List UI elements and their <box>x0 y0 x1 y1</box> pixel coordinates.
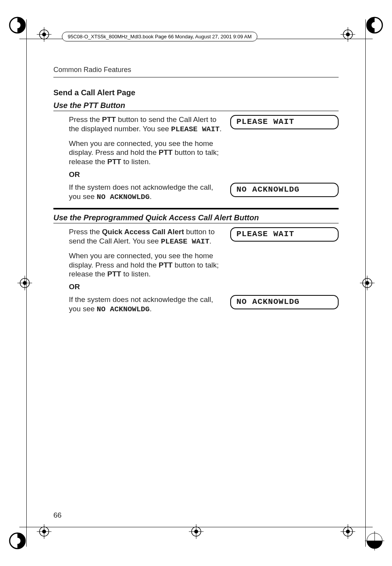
text: . <box>220 125 222 133</box>
section-title: Send a Call Alert Page <box>53 88 339 97</box>
bold-text: PTT <box>102 115 116 123</box>
bold-text: Quick Access Call Alert <box>102 228 184 236</box>
step-text: When you are connected, you see the home… <box>69 251 223 279</box>
text: . <box>150 305 152 313</box>
registration-mark-icon <box>37 27 51 42</box>
file-tag: 95C08-O_XTS5k_800MHz_Mdl3.book Page 66 M… <box>62 32 257 41</box>
corner-mark-icon <box>365 15 384 35</box>
display-col: PLEASE WAIT <box>230 115 339 129</box>
lcd-display: PLEASE WAIT <box>230 227 339 242</box>
lcd-display: NO ACKNOWLDG <box>230 295 339 309</box>
step-row: If the system does not acknowledge the c… <box>53 180 339 204</box>
bold-text: PTT <box>159 261 173 269</box>
lcd-text: NO ACKNOWLDG <box>97 305 150 314</box>
divider <box>53 208 339 209</box>
lcd-display: PLEASE WAIT <box>230 115 339 129</box>
or-label: OR <box>53 281 339 293</box>
text: to listen. <box>121 270 151 278</box>
lcd-text: PLEASE WAIT <box>171 125 219 134</box>
step-text: Press the PTT button to send the Call Al… <box>69 115 223 134</box>
running-head: Common Radio Features <box>53 66 339 77</box>
svg-point-2 <box>14 22 21 28</box>
bold-text: PTT <box>107 158 121 166</box>
text: Press the <box>69 115 102 123</box>
lcd-display: NO ACKNOWLDG <box>230 183 339 197</box>
text: . <box>209 237 211 245</box>
step-text: When you are connected, you see the home… <box>69 139 223 166</box>
display-col: NO ACKNOWLDG <box>230 183 339 197</box>
registration-mark-icon <box>341 27 355 42</box>
step-row: If the system does not acknowledge the c… <box>53 293 339 317</box>
step-row: When you are connected, you see the home… <box>53 137 339 169</box>
display-col: NO ACKNOWLDG <box>230 295 339 309</box>
step-row: Press the Quick Access Call Alert button… <box>53 225 339 249</box>
step-text: If the system does not acknowledge the c… <box>69 183 223 202</box>
page-content: Common Radio Features Send a Call Alert … <box>26 66 366 520</box>
bold-text: PTT <box>107 270 121 278</box>
lcd-text: PLEASE WAIT <box>161 237 209 246</box>
step-text: If the system does not acknowledge the c… <box>69 295 223 314</box>
subhead-ptt: Use the PTT Button <box>53 101 339 111</box>
corner-mark-icon <box>365 531 384 551</box>
registration-mark-icon <box>37 524 51 539</box>
registration-mark-icon <box>341 524 355 539</box>
registration-mark-icon <box>189 524 204 539</box>
text: to listen. <box>121 158 151 166</box>
step-row: Press the PTT button to send the Call Al… <box>53 113 339 137</box>
lcd-text: NO ACKNOWLDG <box>97 193 150 201</box>
step-text: Press the Quick Access Call Alert button… <box>69 227 223 247</box>
corner-mark-icon <box>8 531 27 551</box>
subhead-quick-access: Use the Preprogrammed Quick Access Call … <box>53 213 339 223</box>
svg-point-5 <box>371 22 378 28</box>
display-col: PLEASE WAIT <box>230 227 339 242</box>
bold-text: PTT <box>159 148 173 156</box>
text: . <box>150 192 152 201</box>
or-label: OR <box>53 169 339 180</box>
text: Press the <box>69 228 102 236</box>
svg-point-8 <box>14 538 21 544</box>
step-row: When you are connected, you see the home… <box>53 249 339 281</box>
corner-mark-icon <box>8 15 27 35</box>
page-number: 66 <box>53 511 62 520</box>
